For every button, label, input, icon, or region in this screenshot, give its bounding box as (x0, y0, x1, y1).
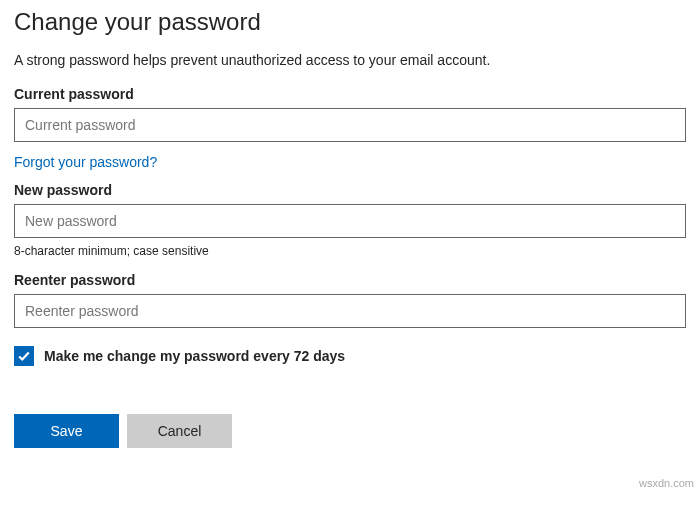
page-title: Change your password (14, 8, 686, 36)
new-password-input[interactable] (14, 204, 686, 238)
reenter-password-label: Reenter password (14, 272, 686, 288)
password-expiry-label: Make me change my password every 72 days (44, 348, 345, 364)
new-password-label: New password (14, 182, 686, 198)
current-password-input[interactable] (14, 108, 686, 142)
forgot-password-link[interactable]: Forgot your password? (14, 154, 157, 170)
password-expiry-checkbox[interactable] (14, 346, 34, 366)
page-description: A strong password helps prevent unauthor… (14, 52, 686, 68)
save-button[interactable]: Save (14, 414, 119, 448)
reenter-password-input[interactable] (14, 294, 686, 328)
cancel-button[interactable]: Cancel (127, 414, 232, 448)
new-password-hint: 8-character minimum; case sensitive (14, 244, 686, 258)
current-password-label: Current password (14, 86, 686, 102)
check-icon (17, 349, 31, 363)
